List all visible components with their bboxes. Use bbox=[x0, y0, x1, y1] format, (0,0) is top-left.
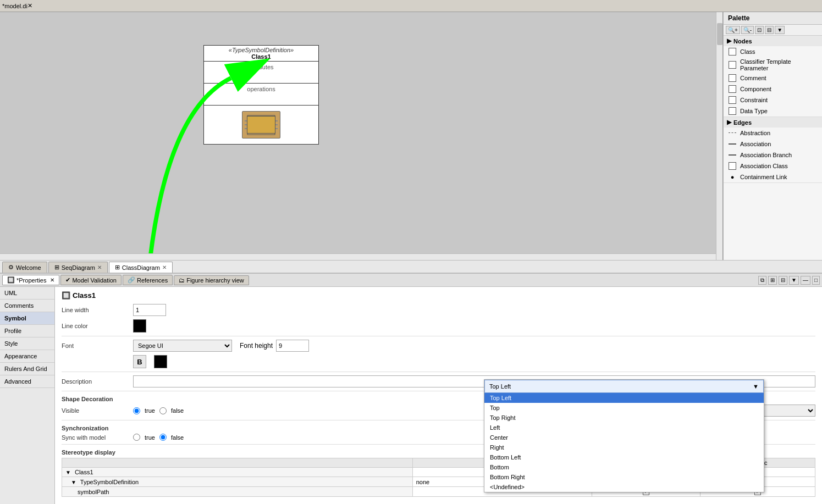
class-icon bbox=[728, 47, 737, 56]
sidebar-tab-comments-label: Comments bbox=[4, 302, 34, 309]
prop-visible-true-radio[interactable] bbox=[133, 407, 140, 414]
prop-sync-true-radio[interactable] bbox=[133, 434, 140, 441]
palette-item-assoc-class[interactable]: Association Class bbox=[724, 160, 822, 171]
tab-seqdiagram[interactable]: ⊞ SeqDiagram ✕ bbox=[48, 262, 108, 273]
canvas-area[interactable]: «TypeSymbolDefinition» Class1 attributes… bbox=[0, 12, 723, 260]
prop-tabs: 🔲 *Properties ✕ ✔ Model Validation 🔗 Ref… bbox=[0, 274, 822, 287]
prop-line-width-label: Line width bbox=[62, 307, 133, 313]
prop-tab-props-label: *Properties bbox=[16, 277, 46, 284]
sidebar-tab-profile[interactable]: Profile bbox=[0, 325, 54, 337]
palette-item-datatype[interactable]: Data Type bbox=[724, 106, 822, 117]
prop-action-maximize[interactable]: □ bbox=[812, 276, 820, 285]
palette-item-component[interactable]: Component bbox=[724, 84, 822, 95]
prop-sync-false-label: false bbox=[171, 434, 184, 441]
component-icon bbox=[728, 85, 737, 93]
palette-item-classifier[interactable]: Classifier Template Parameter bbox=[724, 57, 822, 73]
prop-line-width-row: Line width bbox=[62, 304, 815, 316]
tab-classdiagram[interactable]: ⊞ ClassDiagram ✕ bbox=[109, 262, 173, 273]
prop-tab-validation[interactable]: ✔ Model Validation bbox=[60, 275, 122, 285]
palette-item-association[interactable]: Association bbox=[724, 139, 822, 149]
palette-collapse-btn[interactable]: ⊟ bbox=[765, 26, 774, 34]
prop-sync-false-radio[interactable] bbox=[159, 434, 167, 441]
prop-font-height-input[interactable] bbox=[276, 340, 309, 352]
palette-nodes-header[interactable]: ▶ Nodes bbox=[724, 36, 822, 46]
position-dropdown[interactable]: Top Left ▼ Top Left Top Top Right Left C… bbox=[484, 379, 764, 492]
prop-tab-actions: ⧉ ⊞ ⊟ ▼ — □ bbox=[758, 276, 820, 285]
prop-font-height-label: Font height bbox=[240, 342, 273, 350]
sidebar-tab-advanced-label: Advanced bbox=[4, 378, 31, 385]
prop-visible-true-label: true bbox=[145, 407, 155, 414]
sidebar-tab-symbol[interactable]: Symbol bbox=[0, 312, 54, 325]
prop-action-tile[interactable]: ⊞ bbox=[768, 276, 777, 285]
expand-class1-btn[interactable]: ▼ bbox=[65, 469, 71, 475]
palette-item-abstraction[interactable]: Abstraction bbox=[724, 128, 822, 139]
palette-edges-header[interactable]: ▶ Edges bbox=[724, 117, 822, 128]
assoc-branch-icon bbox=[728, 151, 737, 159]
dropdown-option-bottom-left[interactable]: Bottom Left bbox=[484, 452, 764, 462]
prop-visible-radio-group: true false bbox=[133, 407, 184, 414]
dropdown-option-top-left[interactable]: Top Left bbox=[484, 393, 764, 403]
prop-tab-props-close[interactable]: ✕ bbox=[50, 277, 54, 283]
prop-font-color-swatch[interactable] bbox=[154, 355, 167, 368]
prop-visible-false-radio[interactable] bbox=[159, 407, 167, 414]
sidebar-tab-style[interactable]: Style bbox=[0, 337, 54, 350]
dropdown-option-center[interactable]: Center bbox=[484, 433, 764, 442]
class-node[interactable]: «TypeSymbolDefinition» Class1 attributes… bbox=[203, 45, 319, 145]
prop-action-menu[interactable]: ▼ bbox=[789, 276, 799, 285]
tab-seqdiagram-close[interactable]: ✕ bbox=[97, 264, 102, 270]
canvas-hscroll[interactable] bbox=[0, 253, 716, 260]
sidebar-tab-rulers[interactable]: Rulers And Grid bbox=[0, 363, 54, 375]
tab-welcome[interactable]: ⚙ Welcome bbox=[2, 262, 47, 273]
palette-item-comment[interactable]: Comment bbox=[724, 73, 822, 84]
sidebar-tab-uml[interactable]: UML bbox=[0, 287, 54, 300]
prop-tab-validation-icon: ✔ bbox=[65, 276, 70, 284]
sidebar-tab-appearance[interactable]: Appearance bbox=[0, 350, 54, 363]
canvas-vscroll[interactable] bbox=[716, 12, 722, 260]
prop-action-new-window[interactable]: ⧉ bbox=[758, 276, 766, 285]
dropdown-option-right[interactable]: Right bbox=[484, 442, 764, 452]
prop-line-width-input[interactable] bbox=[133, 304, 166, 316]
palette-item-containment[interactable]: ● Containment Link bbox=[724, 171, 822, 182]
prop-sync-true-label: true bbox=[145, 434, 155, 441]
dropdown-option-top[interactable]: Top bbox=[484, 403, 764, 413]
arrow-overlay bbox=[0, 12, 722, 260]
prop-font-select[interactable]: Segoe UI bbox=[133, 340, 232, 352]
prop-tab-hierarchy[interactable]: 🗂 Figure hierarchy view bbox=[174, 275, 249, 285]
dropdown-option-undefined[interactable]: <Undefined> bbox=[484, 482, 764, 492]
palette-fit-btn[interactable]: ⊡ bbox=[755, 26, 764, 34]
canvas-vscroll-thumb[interactable] bbox=[717, 23, 722, 45]
prop-sync-radio-group: true false bbox=[133, 434, 184, 441]
sidebar-tab-advanced[interactable]: Advanced bbox=[0, 375, 54, 388]
prop-bold-button[interactable]: B bbox=[133, 355, 146, 368]
svg-rect-1 bbox=[250, 118, 272, 132]
dropdown-option-top-right[interactable]: Top Right bbox=[484, 413, 764, 423]
datatype-icon bbox=[728, 107, 737, 115]
sidebar-tab-comments[interactable]: Comments bbox=[0, 300, 54, 312]
stereo-row-class1: ▼ Class1 bbox=[62, 468, 413, 477]
prop-action-minimize[interactable]: — bbox=[801, 276, 810, 285]
sidebar-tab-profile-label: Profile bbox=[4, 328, 21, 334]
expand-typesymbol-btn[interactable]: ▼ bbox=[71, 479, 76, 485]
dropdown-option-bottom-right[interactable]: Bottom Right bbox=[484, 472, 764, 482]
palette-item-class[interactable]: Class bbox=[724, 46, 822, 57]
prop-action-stack[interactable]: ⊟ bbox=[779, 276, 787, 285]
stereo-row-typesymbol: ▼ TypeSymbolDefinition bbox=[62, 477, 413, 487]
prop-tab-properties[interactable]: 🔲 *Properties ✕ bbox=[2, 275, 59, 285]
dropdown-option-left[interactable]: Left bbox=[484, 423, 764, 433]
prop-line-color-swatch[interactable] bbox=[133, 319, 146, 333]
window-tab-bar: *model.di ✕ bbox=[0, 0, 822, 12]
palette-item-assoc-branch[interactable]: Association Branch bbox=[724, 149, 822, 160]
dropdown-current-value: Top Left bbox=[489, 383, 511, 390]
prop-tab-references[interactable]: 🔗 References bbox=[123, 275, 173, 285]
prop-font-style-control: B bbox=[133, 355, 815, 368]
constraint-icon bbox=[728, 96, 737, 104]
palette-zoom-out-btn[interactable]: 🔍- bbox=[741, 26, 754, 34]
prop-tab-hierarchy-label: Figure hierarchy view bbox=[186, 277, 244, 284]
dropdown-option-bottom[interactable]: Bottom bbox=[484, 462, 764, 472]
palette-settings-btn[interactable]: ▼ bbox=[775, 26, 785, 34]
prop-tab-references-label: References bbox=[137, 277, 168, 284]
palette-item-constraint[interactable]: Constraint bbox=[724, 95, 822, 106]
tab-classdiagram-close[interactable]: ✕ bbox=[162, 264, 167, 270]
palette-zoom-in-btn[interactable]: 🔍+ bbox=[726, 26, 740, 34]
prop-tab-references-icon: 🔗 bbox=[128, 276, 135, 284]
